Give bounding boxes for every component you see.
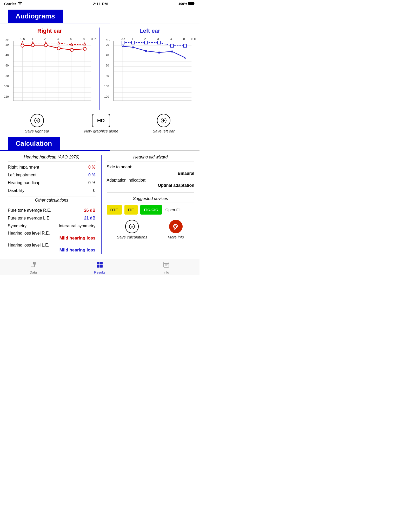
svg-point-47 (57, 47, 60, 50)
audiogram-header: Audiograms (8, 10, 63, 23)
svg-text:4: 4 (70, 37, 72, 41)
wizard-divider-top (107, 162, 195, 162)
wizard-divider-mid (107, 192, 195, 193)
save-right-ear-button[interactable] (30, 114, 44, 127)
save-left-ear-label: Save left ear (153, 129, 175, 133)
save-left-ear-button[interactable] (157, 114, 170, 127)
svg-text:2: 2 (44, 37, 46, 41)
tab-results-label: Results (94, 270, 105, 274)
disability-value: 0 (93, 188, 96, 193)
status-battery: 100% (178, 2, 195, 6)
svg-text:0.5: 0.5 (121, 37, 125, 41)
view-graphics-label: View graphics alone (84, 129, 118, 133)
wizard-divider-dev (107, 203, 195, 203)
svg-text:8: 8 (183, 37, 185, 41)
tab-data[interactable]: Data (0, 261, 66, 274)
audiogram-header-wrap: Audiograms (0, 8, 200, 23)
more-info-item[interactable]: More info (168, 220, 184, 239)
hearing-loss-re-value: Mild hearing loss (8, 236, 96, 241)
other-calc-subtitle: Other calculations (8, 198, 96, 203)
svg-rect-89 (183, 44, 187, 47)
symmetry-label: Symmetry (8, 224, 26, 228)
tab-data-label: Data (30, 270, 37, 274)
left-impairment-value: 0 % (88, 173, 96, 177)
audiogram-title: Audiograms (16, 12, 55, 20)
more-info-button[interactable] (169, 220, 183, 233)
svg-rect-111 (100, 265, 103, 268)
svg-rect-110 (97, 265, 99, 268)
save-right-ear-label: Save right ear (25, 129, 49, 133)
info-tab-icon (163, 261, 170, 270)
calculation-header-wrap: Calculation (0, 136, 200, 151)
hd-label: HD (97, 118, 105, 124)
ite-button[interactable]: ITE (124, 205, 138, 215)
open-fit-label: Open-Fit (165, 208, 181, 212)
save-calculations-label: Save calculations (117, 235, 147, 239)
calculation-title: Calculation (16, 139, 52, 147)
svg-text:kHz: kHz (191, 37, 196, 41)
disability-row: Disability 0 (8, 187, 96, 195)
adapt-indication-label: Adaptation indication: (107, 178, 195, 183)
svg-text:×: × (171, 49, 173, 54)
save-calculations-item[interactable]: Save calculations (117, 220, 147, 239)
tab-results[interactable]: Results (66, 261, 133, 274)
svg-text:4: 4 (170, 37, 172, 41)
itc-cic-button[interactable]: ITC-CIC (140, 205, 162, 215)
wizard-title: Hearing aid wizard (107, 155, 195, 159)
right-impairment-value: 0 % (88, 165, 96, 170)
view-graphics-button[interactable]: HD (92, 114, 110, 127)
save-left-ear-item[interactable]: Save left ear (153, 114, 175, 133)
pta-le-value: 21 dB (84, 216, 96, 221)
bte-button[interactable]: BTE (107, 205, 122, 215)
svg-rect-86 (144, 41, 148, 44)
left-ear-svg: dB 0.5 1 2 3 4 8 kHz 20 40 60 80 100 120 (103, 36, 197, 109)
right-impairment-label: Right impairment (8, 165, 39, 170)
svg-text:1: 1 (31, 37, 33, 41)
svg-point-46 (44, 44, 47, 47)
right-impairment-row: Right impairment 0 % (8, 163, 96, 171)
tab-info-label: Info (163, 270, 169, 274)
status-bar: Carrier 2:11 PM 100% (0, 0, 200, 8)
calc-underline (0, 150, 200, 151)
left-ear-panel: Left ear dB 0.5 1 2 3 4 8 kHz 20 40 60 8… (100, 28, 200, 110)
hearing-loss-re-label: Hearing loss level R.E. (8, 231, 50, 235)
hh-divider-top (8, 162, 96, 162)
calc-left-panel: Hearing handicap (AAO 1979) Right impair… (0, 155, 101, 254)
audiogram-underline (0, 23, 200, 23)
save-right-ear-item[interactable]: Save right ear (25, 114, 49, 133)
status-carrier: Carrier (4, 2, 22, 6)
action-row: Save right ear HD View graphics alone Sa… (0, 110, 200, 136)
svg-text:100: 100 (104, 85, 109, 88)
svg-text:120: 120 (104, 95, 109, 98)
side-adapt-label: Side to adapt: (107, 165, 132, 169)
side-adapt-row: Side to adapt: (107, 163, 195, 171)
hearing-handicap-row: Hearing handicap 0 % (8, 179, 96, 187)
calc-action-row: Save calculations More info (107, 217, 195, 242)
audiogram-container: Right ear dB 0.5 1 2 3 4 8 kHz 20 40 60 … (0, 25, 200, 110)
tab-info[interactable]: Info (133, 261, 200, 274)
symmetry-row: Symmetry Interaural symmetry (8, 222, 96, 230)
left-ear-chart: dB 0.5 1 2 3 4 8 kHz 20 40 60 80 100 120 (103, 36, 197, 110)
svg-point-49 (83, 47, 86, 50)
left-impairment-row: Left impairment 0 % (8, 171, 96, 179)
svg-text:×: × (158, 50, 160, 55)
svg-text:0.5: 0.5 (21, 37, 25, 41)
svg-text:kHz: kHz (91, 37, 96, 41)
devices-title: Suggested devices (107, 196, 195, 201)
svg-text:60: 60 (5, 64, 9, 67)
svg-text:2: 2 (144, 37, 146, 41)
save-calculations-button[interactable] (125, 220, 139, 233)
results-tab-icon (96, 261, 103, 270)
hh-divider-mid (8, 196, 96, 196)
right-ear-panel: Right ear dB 0.5 1 2 3 4 8 kHz 20 40 60 … (0, 28, 99, 110)
right-ear-title: Right ear (3, 28, 97, 34)
status-time: 2:11 PM (93, 2, 108, 6)
svg-text:3: 3 (57, 37, 59, 41)
view-graphics-item[interactable]: HD View graphics alone (84, 114, 118, 133)
svg-point-48 (70, 48, 73, 51)
tab-bar: Data Results Info (0, 259, 200, 275)
right-ear-chart: dB 0.5 1 2 3 4 8 kHz 20 40 60 80 100 120 (3, 36, 97, 110)
svg-line-107 (34, 265, 36, 266)
hearing-loss-le-label: Hearing loss level L.E. (8, 243, 49, 247)
svg-text:×: × (183, 56, 186, 60)
